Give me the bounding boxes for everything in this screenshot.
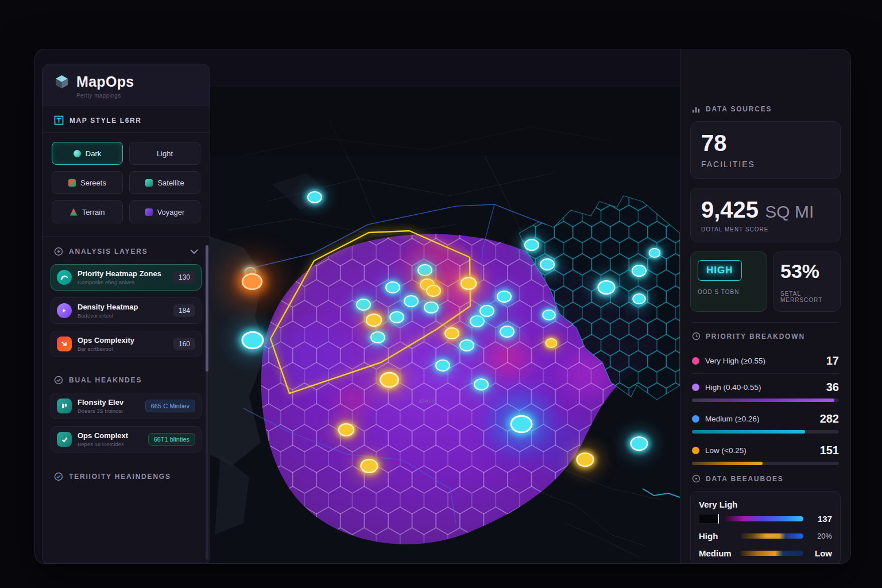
dual-item-density-elev[interactable]: Flonsity Elev Doeers 3S troinost 665 C M… — [51, 393, 202, 419]
row-divider — [692, 373, 839, 374]
legend-gradient-high — [740, 533, 803, 539]
breakdown-row-medium: Medium (≥0.26) 282 — [692, 407, 839, 429]
style-button-dark[interactable]: Dark — [52, 142, 123, 165]
layer-item-density-heatmap[interactable]: Density Heatmap Bedevor erteol 184 — [51, 297, 202, 324]
medium-dot — [692, 415, 699, 423]
bar-chart-icon — [692, 105, 701, 113]
analysis-layer-list: Priority Heatmap Zones Composite ebeg an… — [42, 262, 210, 357]
style-button-light[interactable]: Light — [129, 142, 200, 165]
scrollbar-thumb[interactable] — [206, 245, 208, 372]
layer-text: Priority Heatmap Zones Composite ebeg an… — [78, 269, 168, 285]
legend-row2-label: High — [699, 531, 734, 541]
area-unit: SQ MI — [765, 202, 814, 221]
very-high-count: 17 — [826, 354, 839, 368]
ops-complexity-layer-icon — [57, 336, 72, 351]
circle-dot-icon — [692, 474, 701, 483]
sidebar-scrollbar[interactable] — [206, 245, 208, 560]
density-layer-icon — [57, 303, 72, 318]
satellite-style-icon — [145, 179, 153, 187]
priority-breakdown-title: PRIORITY BREAKDOWN — [706, 332, 805, 341]
facilities-value: 78 — [701, 131, 830, 155]
analysis-layers-header[interactable]: ANALYSIS LAYERS — [42, 237, 210, 262]
app-logo-cube-icon — [54, 74, 69, 90]
medium-count: 282 — [820, 412, 839, 425]
layer-text: Ops Complexity Ber ecrtbevool — [78, 336, 168, 352]
dual-heatmaps-title: BUAL HEAKNDES — [69, 376, 198, 384]
layer-status-badge: 66T1 blinties — [148, 433, 195, 446]
layer-subtitle: Composite ebeg anives — [78, 279, 168, 285]
area-card: 9,425 SQ MI DOTAL MENT SCORE — [690, 188, 841, 242]
data-sources-title: DATA SOURCES — [706, 105, 772, 113]
layer-subtitle: Doeers 3S troinost — [78, 408, 140, 414]
layer-item-ops-complexity[interactable]: Ops Complexity Ber ecrtbevool 160 — [51, 331, 202, 357]
panel-divider — [692, 322, 839, 323]
score-card: 53% SETAL MERRSCORT — [773, 252, 841, 312]
priority-headings-header[interactable]: TERIIOITY HEAINDENGS — [42, 462, 210, 487]
style-button-voyager[interactable]: Voyager — [129, 200, 200, 223]
facilities-label: FACILITIES — [701, 160, 830, 169]
legend-title: DATA BEEAUBOES — [706, 475, 784, 483]
style-button-terrain[interactable]: Terrain — [52, 200, 123, 223]
terrain-style-icon — [70, 208, 78, 216]
facilities-card: 78 FACILITIES — [690, 121, 841, 179]
style-label: Voyager — [157, 208, 185, 216]
very-high-dot — [692, 357, 699, 365]
map-canvas[interactable]: advrots — [209, 87, 680, 563]
data-sources-header: DATA SOURCES — [692, 105, 839, 113]
low-count: 151 — [820, 444, 839, 457]
style-label: Sereets — [80, 179, 106, 187]
layer-title: Density Heatmap — [78, 303, 168, 311]
map-style-title: MAP STYLE L6RR — [69, 117, 142, 125]
legend-row3-label: Medium — [699, 548, 734, 558]
layer-count-badge: 184 — [173, 304, 195, 317]
analysis-layers-title: ANALYSIS LAYERS — [69, 247, 184, 256]
clock-icon — [692, 332, 701, 341]
level-card: HIGH OOD S TOBN — [690, 252, 767, 312]
legend-gradient-very-high — [725, 516, 803, 521]
layer-text: Ops Complext Bepes 18 Gercides — [78, 431, 142, 447]
level-label: OOD S TOBN — [698, 289, 760, 295]
app-title: MapOps — [76, 74, 134, 90]
layer-title: Ops Complext — [78, 431, 142, 440]
style-label: Light — [157, 149, 173, 158]
chevron-down-icon — [190, 249, 198, 254]
dual-heatmaps-header[interactable]: BUAL HEAKNDES — [42, 365, 210, 390]
legend-card: Very Ligh 137 High 20% Medium Low — [690, 491, 841, 564]
dual-heatmap-list: Flonsity Elev Doeers 3S troinost 665 C M… — [42, 390, 210, 452]
map-vignette — [209, 87, 680, 156]
map-render: advrots — [209, 87, 680, 563]
high-label: High (0.40-0.55) — [705, 383, 821, 392]
style-button-satellite[interactable]: Satellite — [129, 171, 200, 194]
check-circle-icon — [54, 376, 63, 385]
priority-layer-icon — [57, 270, 72, 285]
layer-title: Flonsity Elev — [78, 398, 140, 407]
low-label: Low (<0.25) — [705, 446, 814, 455]
style-button-streets[interactable]: Sereets — [52, 171, 123, 194]
medium-progress-track — [692, 430, 839, 434]
layer-subtitle: Bepes 18 Gercides — [78, 441, 142, 447]
streets-style-icon — [68, 179, 76, 187]
layer-item-priority-heatmap-zones[interactable]: Priority Heatmap Zones Composite ebeg an… — [51, 264, 202, 291]
layer-subtitle: Bedevor erteol — [78, 312, 168, 319]
medium-progress-fill — [692, 430, 805, 434]
layer-subtitle: Ber ecrtbevool — [78, 346, 168, 352]
legend-row1-label: Very Ligh — [699, 500, 832, 509]
legend-swatch — [699, 514, 719, 524]
very-high-label: Very High (≥0.55) — [705, 357, 821, 365]
dual-item-ops-complext[interactable]: Ops Complext Bepes 18 Gercides 66T1 blin… — [51, 426, 202, 452]
layer-status-badge: 665 C Mintiev — [145, 400, 195, 412]
columns-icon — [57, 399, 72, 413]
breakdown-row-low: Low (<0.25) 151 — [692, 438, 839, 461]
legend-row-high: High 20% — [699, 531, 832, 541]
low-progress-track — [692, 462, 839, 465]
left-sidebar: MapOps Perity mappings MAP STYLE L6RR Da… — [42, 64, 210, 564]
voyager-style-icon — [145, 208, 153, 216]
style-label: Satellite — [157, 179, 184, 187]
level-badge: HIGH — [698, 260, 742, 281]
layer-count-badge: 130 — [173, 271, 195, 284]
style-label: Terrain — [82, 208, 105, 216]
high-progress-track — [692, 399, 839, 402]
map-place-label: advrots — [419, 398, 436, 404]
low-dot — [692, 447, 699, 454]
legend-row3-value: Low — [809, 548, 832, 558]
